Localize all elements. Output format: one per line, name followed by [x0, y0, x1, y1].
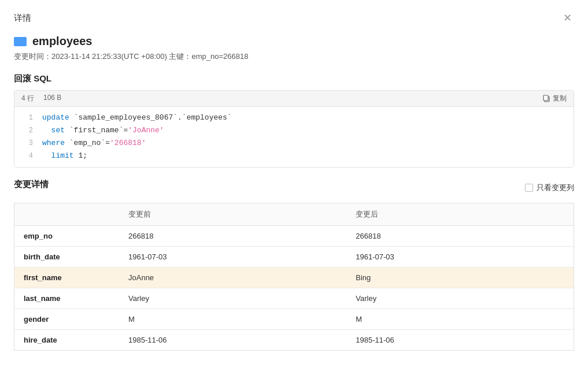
sql-body: 1 update `sample_employees_8067`.`employ…: [14, 107, 574, 167]
table-row: last_nameVarleyVarley: [14, 288, 574, 309]
table-name-row: employees: [14, 35, 574, 48]
cell-field: last_name: [14, 288, 120, 309]
cell-field: gender: [14, 309, 120, 330]
close-button[interactable]: ✕: [561, 12, 574, 24]
svg-rect-1: [543, 95, 548, 101]
col-header-after: 变更后: [346, 203, 574, 226]
changes-table: 变更前 变更后 emp_no266818266818birth_date1961…: [14, 203, 574, 351]
col-header-before: 变更前: [119, 203, 346, 226]
col-header-field: [14, 203, 120, 226]
sql-section-title: 回滚 SQL: [14, 73, 574, 84]
only-changes-label[interactable]: 只看变更列: [525, 183, 574, 193]
copy-icon: [543, 95, 550, 102]
dialog-header: 详情 ✕: [14, 12, 574, 24]
table-header-row: 变更前 变更后: [14, 203, 574, 226]
dialog: 详情 ✕ employees 变更时间：2023-11-14 21:25:33(…: [0, 0, 588, 368]
cell-before: M: [119, 309, 346, 330]
cell-after: Bing: [346, 267, 574, 288]
table-icon: [14, 37, 27, 46]
sql-row-count: 4 行: [21, 94, 34, 103]
table-row: first_nameJoAnneBing: [14, 267, 574, 288]
cell-field: hire_date: [14, 330, 120, 351]
cell-before: 266818: [119, 226, 346, 247]
cell-after: 266818: [346, 226, 574, 247]
cell-after: 1961-07-03: [346, 247, 574, 267]
sql-line: 2 set `first_name`='JoAnne': [14, 124, 574, 137]
dialog-title: 详情: [14, 13, 31, 24]
sql-toolbar-left: 4 行 106 B: [21, 94, 61, 103]
table-name: employees: [32, 35, 92, 48]
cell-before: 1961-07-03: [119, 247, 346, 267]
sql-container: 4 行 106 B 复制 1 update `sample_employees_…: [14, 90, 574, 168]
table-row: birth_date1961-07-031961-07-03: [14, 247, 574, 267]
meta-info: 变更时间：2023-11-14 21:25:33(UTC +08:00) 主键：…: [14, 51, 574, 62]
cell-field: emp_no: [14, 226, 120, 247]
copy-button[interactable]: 复制: [543, 94, 567, 103]
changes-section: 变更详情 只看变更列 变更前 变更后 emp_no266818266818bir…: [14, 179, 574, 351]
cell-before: Varley: [119, 288, 346, 309]
changes-header: 变更详情 只看变更列: [14, 179, 574, 196]
sql-line: 4 limit 1;: [14, 150, 574, 162]
cell-field: birth_date: [14, 247, 120, 267]
sql-toolbar: 4 行 106 B 复制: [14, 91, 574, 107]
only-changes-checkbox[interactable]: [525, 184, 533, 192]
cell-after: Varley: [346, 288, 574, 309]
sql-size: 106 B: [43, 94, 61, 103]
table-row: emp_no266818266818: [14, 226, 574, 247]
cell-after: 1985-11-06: [346, 330, 574, 351]
cell-before: JoAnne: [119, 267, 346, 288]
cell-after: M: [346, 309, 574, 330]
cell-before: 1985-11-06: [119, 330, 346, 351]
table-row: hire_date1985-11-061985-11-06: [14, 330, 574, 351]
sql-line: 3 where `emp_no`='266818': [14, 137, 574, 150]
cell-field: first_name: [14, 267, 120, 288]
changes-section-title: 变更详情: [14, 179, 49, 190]
table-row: genderMM: [14, 309, 574, 330]
sql-line: 1 update `sample_employees_8067`.`employ…: [14, 111, 574, 124]
